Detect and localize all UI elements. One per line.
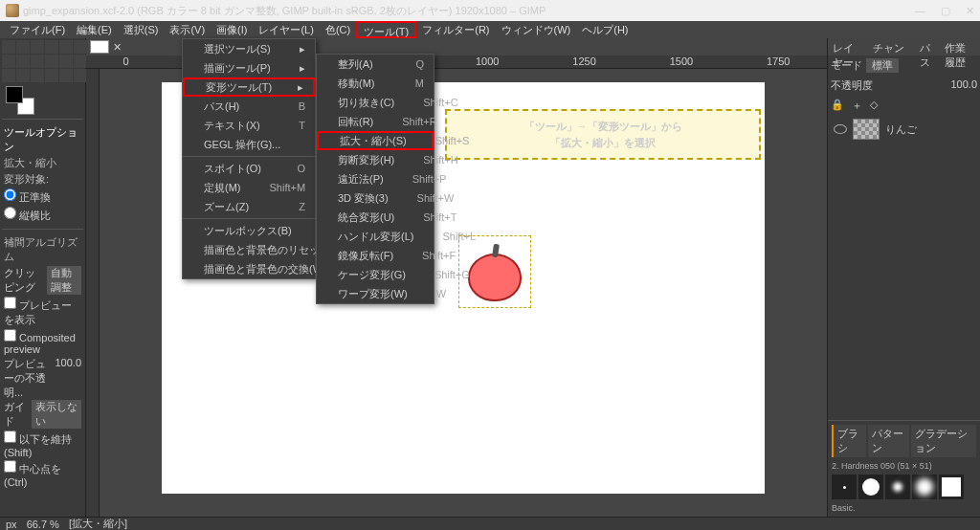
layer-row[interactable]: りんご: [828, 116, 980, 143]
menu-item[interactable]: 遠近法(P)Shift+P: [317, 169, 434, 188]
lock-alpha-icon[interactable]: ◇: [870, 99, 878, 113]
menu-item[interactable]: 鏡像反転(F)Shift+F: [317, 246, 434, 265]
menu-item[interactable]: 描画ツール(P)▸: [183, 58, 315, 77]
cb-center[interactable]: [4, 460, 16, 473]
fgbg-swatch[interactable]: [6, 86, 34, 115]
menu-help[interactable]: ヘルプ(H): [576, 21, 634, 38]
menu-item[interactable]: 選択ツール(S)▸: [183, 39, 315, 58]
menu-item[interactable]: 定規(M)Shift+M: [183, 178, 315, 197]
annotation-callout: 「ツール」→「変形ツール」から 「拡大・縮小」を選択: [445, 109, 761, 160]
menu-item[interactable]: 3D 変換(3)Shift+W: [317, 188, 434, 208]
image-tab[interactable]: [90, 40, 109, 54]
menu-item[interactable]: ケージ変形(G)Shift+G: [317, 265, 434, 284]
menu-file[interactable]: ファイル(F): [4, 21, 71, 38]
menu-item[interactable]: ワープ変形(W)W: [317, 284, 434, 303]
brush-item[interactable]: [832, 475, 857, 499]
zoom-select[interactable]: 66.7 %: [27, 519, 59, 530]
menu-item[interactable]: ハンドル変形(L)Shift+L: [317, 227, 434, 246]
tool-options-title: ツールオプション: [4, 125, 81, 154]
maximize-button[interactable]: ▢: [941, 5, 950, 17]
visibility-icon[interactable]: [834, 124, 847, 134]
menu-tools[interactable]: ツール(T): [356, 21, 416, 38]
opacity-label: 不透明度: [831, 78, 873, 93]
mode-label: モード: [831, 58, 862, 73]
menu-item[interactable]: スポイト(O)O: [183, 159, 315, 178]
menu-color[interactable]: 色(C): [320, 21, 356, 38]
left-panel: ツールオプション 拡大・縮小 変形対象: 正準換 縦横比 補間アルゴリズム クリ…: [0, 38, 86, 517]
tab-close-icon[interactable]: ✕: [113, 41, 122, 54]
ruler-vertical: [86, 69, 100, 517]
window-title: gimp_expansion.xcf-2.0 (RGB カラー 8 bit ガン…: [23, 4, 546, 18]
menu-item[interactable]: 拡大・縮小(S)Shift+S: [317, 131, 434, 150]
menu-window[interactable]: ウィンドウ(W): [496, 21, 577, 38]
menu-item[interactable]: 切り抜き(C)Shift+C: [317, 93, 434, 112]
window-controls: — ▢ ✕: [915, 5, 974, 17]
unit-select[interactable]: px: [6, 519, 17, 530]
layer-name[interactable]: りんご: [885, 122, 917, 137]
menu-item[interactable]: ツールボックス(B)Ctrl+B: [183, 221, 315, 240]
brush-basic: Basic.: [832, 503, 976, 513]
brush-grid: [832, 475, 976, 499]
radio-normal[interactable]: [4, 188, 16, 201]
mode-select[interactable]: 標準: [866, 58, 899, 73]
menu-item[interactable]: テキスト(X)T: [183, 116, 315, 135]
menu-item[interactable]: 剪断変形(H)Shift+H: [317, 150, 434, 169]
menu-filter[interactable]: フィルター(R): [416, 21, 495, 38]
tab-gradient[interactable]: グラデーション: [911, 425, 977, 457]
menu-item[interactable]: 描画色と背景色の交換(W)X: [183, 259, 315, 278]
menu-layer[interactable]: レイヤー(L): [253, 21, 319, 38]
statusbar: px 66.7 % [拡大・縮小]: [0, 517, 980, 530]
menu-edit[interactable]: 編集(E): [71, 21, 118, 38]
minimize-button[interactable]: —: [915, 5, 925, 17]
menu-item[interactable]: 変形ツール(T)▸: [183, 77, 315, 97]
close-button[interactable]: ✕: [966, 5, 974, 17]
menu-item[interactable]: 描画色と背景色のリセット(D)D: [183, 240, 315, 259]
lock-add-icon[interactable]: ＋: [852, 99, 862, 113]
cb-preview[interactable]: [4, 297, 16, 309]
menu-item[interactable]: GEGL 操作(G)...: [183, 135, 315, 154]
tool-button[interactable]: [2, 40, 15, 54]
tab-layers[interactable]: レイヤー: [828, 38, 868, 55]
layer-thumb: [853, 119, 880, 140]
menu-view[interactable]: 表示(V): [164, 21, 211, 38]
transform-target-label: 変形対象:: [4, 172, 81, 187]
brush-name: 2. Hardness 050 (51 × 51): [832, 461, 976, 471]
tool-name: 拡大・縮小: [4, 156, 81, 170]
lock-icon[interactable]: 🔒: [831, 99, 844, 113]
opacity-value[interactable]: 100.0: [950, 78, 977, 93]
tab-paths[interactable]: パス: [915, 38, 940, 55]
menubar: ファイル(F) 編集(E) 選択(S) 表示(V) 画像(I) レイヤー(L) …: [0, 21, 980, 38]
cb-composite[interactable]: [4, 329, 16, 342]
tab-channels[interactable]: チャンネル: [868, 38, 916, 55]
menu-item[interactable]: パス(H)B: [183, 97, 315, 116]
tools-menu: 選択ツール(S)▸描画ツール(P)▸変形ツール(T)▸パス(H)Bテキスト(X)…: [182, 38, 316, 279]
transform-submenu: 整列(A)Q移動(M)M切り抜き(C)Shift+C回転(R)Shift+R拡大…: [316, 54, 434, 304]
menu-item[interactable]: 移動(M)M: [317, 74, 434, 93]
titlebar: gimp_expansion.xcf-2.0 (RGB カラー 8 bit ガン…: [0, 0, 980, 21]
radio-keepratio[interactable]: [4, 207, 16, 219]
dock-tabs: レイヤー チャンネル パス 作業履歴: [828, 38, 980, 55]
app-icon: [6, 4, 19, 17]
apple-graphic: [468, 254, 522, 301]
cb-keep[interactable]: [4, 431, 16, 443]
menu-item[interactable]: 統合変形(U)Shift+T: [317, 208, 434, 227]
menu-select[interactable]: 選択(S): [118, 21, 165, 38]
menu-item[interactable]: 整列(A)Q: [317, 55, 434, 74]
menu-item[interactable]: ズーム(Z)Z: [183, 197, 315, 216]
menu-item[interactable]: 回転(R)Shift+R: [317, 112, 434, 131]
menu-image[interactable]: 画像(I): [211, 21, 253, 38]
algo-label: 補間アルゴリズム: [4, 235, 81, 264]
right-panel: レイヤー チャンネル パス 作業履歴 モード 標準 不透明度 100.0 🔒 ＋…: [827, 38, 980, 517]
status-tool: [拡大・縮小]: [69, 517, 127, 530]
tab-brush[interactable]: ブラシ: [832, 425, 866, 457]
tab-pattern[interactable]: パターン: [868, 425, 909, 457]
tab-history[interactable]: 作業履歴: [940, 38, 980, 55]
toolbox: [2, 40, 83, 82]
